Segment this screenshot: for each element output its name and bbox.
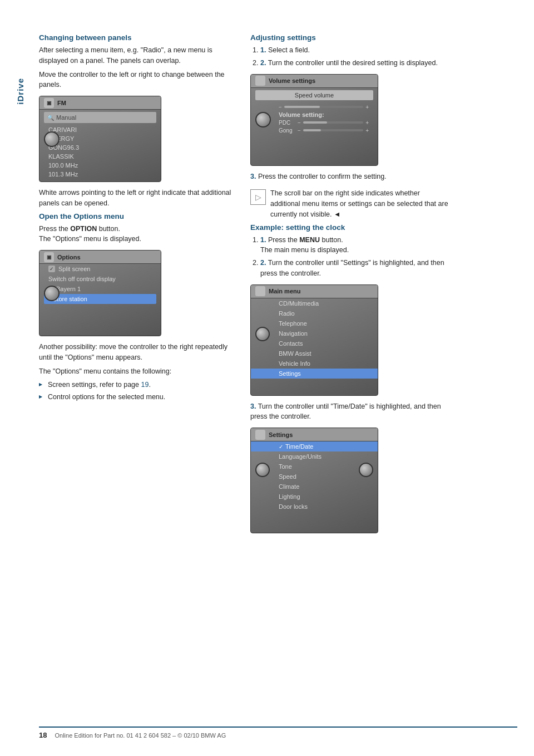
gong-fill	[303, 129, 321, 131]
options-item-2: Switch off control display	[39, 274, 161, 284]
adjusting-steps: 1. Select a field. 2. Turn the controlle…	[250, 45, 451, 68]
step3-text: 3. Press the controller to confirm the s…	[250, 171, 451, 182]
mm-item-4: Navigation	[251, 328, 378, 338]
settings-label: Settings	[269, 431, 293, 438]
left-column: Changing between panels After selecting …	[39, 33, 245, 539]
gong-row: Gong − +	[251, 126, 378, 134]
fm-item-3: GONG96.3	[39, 143, 161, 152]
settings-controller-knob	[255, 463, 270, 477]
section1-para2: Move the controller to the left or right…	[39, 70, 234, 91]
fm-item-6: 101.3 MHz	[39, 170, 161, 179]
options-label: Options	[57, 254, 81, 261]
section1-title: Changing between panels	[39, 33, 234, 42]
page-number: 18	[39, 731, 47, 739]
fm-search-row: 🔍 Manual	[44, 112, 156, 123]
options-panel-topbar: ▣ Options	[39, 251, 161, 264]
section2-para1: Press the OPTION button. The "Options" m…	[39, 224, 234, 245]
clock-step-num-2: 2.	[260, 259, 266, 267]
scroll-arrow-box: ▷	[250, 189, 266, 205]
settings-controller-knob2	[359, 463, 373, 477]
st-item-6: Lighting	[251, 492, 378, 502]
slider-fill-1	[284, 106, 320, 108]
volume-panel-topbar: Volume settings	[251, 75, 378, 88]
main-menu-topbar: Main menu	[251, 285, 378, 298]
speed-volume-slider: − +	[251, 102, 378, 110]
scroll-indicator-box: ▷ The scroll bar on the right side indic…	[250, 188, 451, 219]
fm-controller-knob	[44, 131, 60, 147]
gong-label: Gong	[279, 127, 295, 134]
options-panel-image: ▣ Options ✓ Split screen Switch off cont…	[39, 250, 161, 336]
clock-step-1: 1. Press the MENU button.The main menu i…	[260, 235, 451, 256]
main-menu-panel-image: Main menu CD/Multimedia Radio Telephone …	[250, 284, 378, 396]
gong-plus: +	[365, 127, 369, 134]
mm-item-3: Telephone	[251, 318, 378, 328]
speed-volume-title: Speed volume	[255, 90, 373, 100]
options-controller-knob	[44, 286, 60, 301]
mm-item-8: Settings	[251, 369, 378, 379]
pdc-track	[303, 121, 363, 124]
options-list-title: The "Options" menu contains the followin…	[39, 366, 234, 377]
fm-item-1: CARIVARI	[39, 125, 161, 134]
slider-minus-1: −	[279, 104, 282, 110]
timedate-check: ✓	[279, 444, 283, 450]
option-bold: OPTION	[70, 225, 97, 233]
fm-search-text: Manual	[56, 114, 76, 121]
page-link-19[interactable]: 19	[141, 381, 149, 389]
clock-step-num-1: 1.	[260, 236, 266, 244]
slider-track-1	[284, 106, 363, 108]
main-menu-icon	[255, 286, 265, 296]
st-item-4: Speed	[251, 472, 378, 482]
options-icon: ▣	[44, 252, 54, 262]
slider-plus-1: +	[365, 104, 369, 110]
gear-icon	[255, 327, 270, 341]
step-2: 2. Turn the controller until the desired…	[260, 58, 451, 68]
section1-para1: After selecting a menu item, e.g. "Radio…	[39, 45, 234, 66]
section2-para2: The "Options" menu is displayed.	[39, 235, 141, 243]
fm-item-4: KLASSIK	[39, 152, 161, 161]
mm-item-6: BMW Assist	[251, 348, 378, 359]
st-item-1: ✓ Time/Date	[251, 441, 378, 451]
scroll-indicator-text: The scroll bar on the right side indicat…	[270, 188, 451, 219]
volume-controller-knob	[255, 112, 271, 127]
st-item-2: Language/Units	[251, 451, 378, 462]
mm-item-7: Vehicle Info	[251, 359, 378, 369]
clock-steps: 1. Press the MENU button.The main menu i…	[250, 235, 451, 279]
volume-panel-image: Volume settings Speed volume − + Volume …	[250, 74, 378, 166]
footer-text: Online Edition for Part no. 01 41 2 604 …	[55, 732, 226, 739]
fm-icon: ▣	[44, 98, 54, 108]
clock-step-2: 2. Turn the controller until "Settings" …	[260, 258, 451, 279]
options-item-1: ✓ Split screen	[39, 264, 161, 274]
st-item-5: Climate	[251, 482, 378, 492]
gong-minus: −	[298, 127, 301, 134]
volume-icon	[255, 76, 265, 86]
right-section2-title: Example: setting the clock	[250, 223, 451, 232]
split-check-icon: ✓	[48, 266, 55, 272]
pdc-label: PDC	[279, 120, 295, 126]
mm-item-2: Radio	[251, 308, 378, 318]
footer: 18 Online Edition for Part no. 01 41 2 6…	[39, 726, 517, 739]
settings-panel-image: Settings ✓ Time/Date Language/Units Tone…	[250, 428, 378, 533]
right-column: Adjusting settings 1. Select a field. 2.…	[245, 33, 451, 539]
mm-item-5: Contacts	[251, 338, 378, 348]
st-item-7: Door locks	[251, 502, 378, 512]
fm-panel-topbar: ▣ FM	[39, 96, 161, 110]
fm-label: FM	[57, 100, 66, 106]
step-num-2: 2.	[260, 59, 266, 67]
fm-panel-image: ▣ FM 🔍 Manual CARIVARI ENERGY GONG96.3 K…	[39, 96, 161, 182]
right-section1-title: Adjusting settings	[250, 33, 451, 42]
section1-caption: White arrows pointing to the left or rig…	[39, 188, 234, 209]
page-container: iDrive Changing between panels After sel…	[0, 0, 534, 756]
step-num-1: 1.	[260, 46, 266, 54]
step-num-3: 3.	[250, 173, 256, 180]
pdc-plus: +	[365, 120, 369, 126]
sidebar-label: iDrive	[16, 78, 25, 105]
clock-step3-text: 3. Turn the controller until "Time/Date"…	[250, 401, 451, 423]
volume-label: Volume settings	[269, 77, 315, 84]
settings-icon	[255, 430, 265, 440]
pdc-fill	[303, 121, 327, 124]
section2-caption: Another possibility: move the controller…	[39, 342, 234, 363]
pdc-minus: −	[298, 120, 301, 126]
section2-title: Open the Options menu	[39, 212, 234, 220]
clock-step-num-3: 3.	[250, 402, 256, 410]
bullet-item-1: Screen settings, refer to page 19.	[39, 380, 234, 390]
